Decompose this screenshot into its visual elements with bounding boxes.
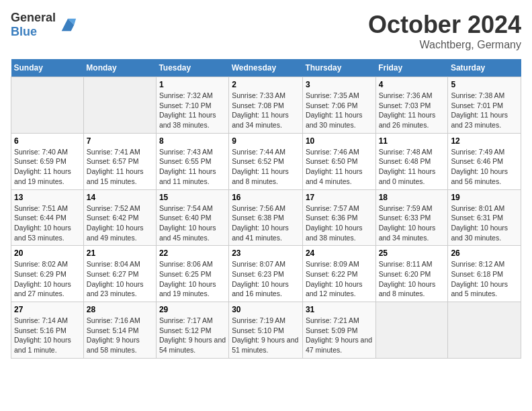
day-info: Sunrise: 7:21 AMSunset: 5:09 PMDaylight:…	[306, 316, 373, 355]
logo-icon	[58, 15, 77, 34]
calendar-cell: 24Sunrise: 8:09 AMSunset: 6:22 PMDayligh…	[302, 246, 375, 302]
title-block: October 2024 Wachtberg, Germany	[368, 11, 521, 51]
calendar-cell: 11Sunrise: 7:48 AMSunset: 6:48 PMDayligh…	[375, 133, 448, 189]
day-info: Sunrise: 7:56 AMSunset: 6:38 PMDaylight:…	[232, 203, 300, 243]
calendar-header-row: SundayMondayTuesdayWednesdayThursdayFrid…	[11, 59, 521, 77]
day-info: Sunrise: 7:49 AMSunset: 6:46 PMDaylight:…	[451, 147, 518, 187]
day-info: Sunrise: 7:35 AMSunset: 7:06 PMDaylight:…	[306, 91, 373, 130]
calendar-week-row: 6Sunrise: 7:40 AMSunset: 6:59 PMDaylight…	[11, 133, 521, 189]
day-info: Sunrise: 7:40 AMSunset: 6:59 PMDaylight:…	[14, 147, 81, 187]
calendar-cell: 15Sunrise: 7:54 AMSunset: 6:40 PMDayligh…	[156, 189, 228, 246]
calendar-cell: 17Sunrise: 7:57 AMSunset: 6:36 PMDayligh…	[302, 189, 375, 246]
day-info: Sunrise: 7:16 AMSunset: 5:14 PMDaylight:…	[87, 316, 153, 355]
day-number: 28	[87, 305, 153, 314]
logo-text: General Blue	[11, 11, 56, 39]
day-info: Sunrise: 7:32 AMSunset: 7:10 PMDaylight:…	[159, 91, 226, 130]
calendar-cell: 13Sunrise: 7:51 AMSunset: 6:44 PMDayligh…	[11, 189, 84, 246]
calendar-cell: 2Sunrise: 7:33 AMSunset: 7:08 PMDaylight…	[229, 77, 303, 134]
day-number: 1	[159, 80, 226, 89]
calendar-cell: 25Sunrise: 8:11 AMSunset: 6:20 PMDayligh…	[375, 246, 448, 302]
calendar-cell: 21Sunrise: 8:04 AMSunset: 6:27 PMDayligh…	[83, 246, 156, 302]
weekday-header: Thursday	[302, 59, 375, 77]
day-number: 23	[232, 248, 300, 258]
day-number: 7	[87, 136, 153, 146]
day-number: 4	[379, 80, 445, 89]
calendar-cell: 19Sunrise: 8:01 AMSunset: 6:31 PMDayligh…	[448, 189, 521, 246]
day-info: Sunrise: 8:01 AMSunset: 6:31 PMDaylight:…	[451, 203, 518, 243]
day-info: Sunrise: 7:33 AMSunset: 7:08 PMDaylight:…	[232, 91, 300, 130]
calendar-cell: 6Sunrise: 7:40 AMSunset: 6:59 PMDaylight…	[11, 133, 84, 189]
day-number: 13	[14, 193, 81, 202]
day-number: 26	[451, 248, 518, 258]
location-title: Wachtberg, Germany	[368, 39, 521, 51]
weekday-header: Tuesday	[156, 59, 228, 77]
calendar-week-row: 1Sunrise: 7:32 AMSunset: 7:10 PMDaylight…	[11, 77, 521, 134]
calendar-cell: 1Sunrise: 7:32 AMSunset: 7:10 PMDaylight…	[156, 77, 228, 134]
day-number: 2	[232, 80, 300, 89]
logo-general: General	[11, 11, 56, 24]
day-info: Sunrise: 7:44 AMSunset: 6:52 PMDaylight:…	[232, 147, 300, 187]
day-info: Sunrise: 7:19 AMSunset: 5:10 PMDaylight:…	[232, 316, 300, 355]
calendar-cell: 14Sunrise: 7:52 AMSunset: 6:42 PMDayligh…	[83, 189, 156, 246]
day-number: 15	[159, 193, 226, 202]
calendar-cell	[83, 77, 156, 134]
day-number: 29	[159, 305, 226, 314]
calendar-cell	[375, 302, 448, 359]
day-number: 8	[159, 136, 226, 146]
logo: General Blue	[11, 11, 77, 39]
day-info: Sunrise: 8:04 AMSunset: 6:27 PMDaylight:…	[87, 259, 153, 299]
day-info: Sunrise: 8:06 AMSunset: 6:25 PMDaylight:…	[159, 259, 226, 299]
day-info: Sunrise: 8:12 AMSunset: 6:18 PMDaylight:…	[451, 259, 518, 299]
calendar-cell: 4Sunrise: 7:36 AMSunset: 7:03 PMDaylight…	[375, 77, 448, 134]
calendar-cell: 29Sunrise: 7:17 AMSunset: 5:12 PMDayligh…	[156, 302, 228, 359]
day-number: 5	[451, 80, 518, 89]
day-info: Sunrise: 8:07 AMSunset: 6:23 PMDaylight:…	[232, 259, 300, 299]
calendar-table: SundayMondayTuesdayWednesdayThursdayFrid…	[11, 59, 521, 359]
calendar-cell: 31Sunrise: 7:21 AMSunset: 5:09 PMDayligh…	[302, 302, 375, 359]
day-info: Sunrise: 7:59 AMSunset: 6:33 PMDaylight:…	[379, 203, 445, 243]
calendar-cell: 22Sunrise: 8:06 AMSunset: 6:25 PMDayligh…	[156, 246, 228, 302]
day-number: 27	[14, 305, 81, 314]
day-info: Sunrise: 7:54 AMSunset: 6:40 PMDaylight:…	[159, 203, 226, 243]
day-number: 14	[87, 193, 153, 202]
day-info: Sunrise: 8:02 AMSunset: 6:29 PMDaylight:…	[14, 259, 81, 299]
calendar-cell: 8Sunrise: 7:43 AMSunset: 6:55 PMDaylight…	[156, 133, 228, 189]
calendar-cell	[448, 302, 521, 359]
day-number: 12	[451, 136, 518, 146]
day-number: 31	[306, 305, 373, 314]
day-info: Sunrise: 7:17 AMSunset: 5:12 PMDaylight:…	[159, 316, 226, 355]
day-info: Sunrise: 8:11 AMSunset: 6:20 PMDaylight:…	[379, 259, 445, 299]
calendar-cell: 10Sunrise: 7:46 AMSunset: 6:50 PMDayligh…	[302, 133, 375, 189]
weekday-header: Friday	[375, 59, 448, 77]
day-number: 3	[306, 80, 373, 89]
day-number: 18	[379, 193, 445, 202]
day-number: 17	[306, 193, 373, 202]
day-number: 30	[232, 305, 300, 314]
day-info: Sunrise: 7:14 AMSunset: 5:16 PMDaylight:…	[14, 316, 81, 355]
weekday-header: Monday	[83, 59, 156, 77]
day-info: Sunrise: 7:41 AMSunset: 6:57 PMDaylight:…	[87, 147, 153, 187]
calendar-cell: 20Sunrise: 8:02 AMSunset: 6:29 PMDayligh…	[11, 246, 84, 302]
day-number: 9	[232, 136, 300, 146]
day-number: 21	[87, 248, 153, 258]
day-info: Sunrise: 7:43 AMSunset: 6:55 PMDaylight:…	[159, 147, 226, 187]
day-number: 24	[306, 248, 373, 258]
day-number: 11	[379, 136, 445, 146]
day-info: Sunrise: 8:09 AMSunset: 6:22 PMDaylight:…	[306, 259, 373, 299]
day-info: Sunrise: 7:52 AMSunset: 6:42 PMDaylight:…	[87, 203, 153, 243]
page-header: General Blue October 2024 Wachtberg, Ger…	[11, 11, 521, 51]
day-number: 25	[379, 248, 445, 258]
day-number: 22	[159, 248, 226, 258]
day-number: 10	[306, 136, 373, 146]
weekday-header: Sunday	[11, 59, 84, 77]
calendar-cell: 30Sunrise: 7:19 AMSunset: 5:10 PMDayligh…	[229, 302, 303, 359]
calendar-cell: 26Sunrise: 8:12 AMSunset: 6:18 PMDayligh…	[448, 246, 521, 302]
calendar-cell: 5Sunrise: 7:38 AMSunset: 7:01 PMDaylight…	[448, 77, 521, 134]
calendar-cell: 12Sunrise: 7:49 AMSunset: 6:46 PMDayligh…	[448, 133, 521, 189]
day-number: 19	[451, 193, 518, 202]
day-info: Sunrise: 7:36 AMSunset: 7:03 PMDaylight:…	[379, 91, 445, 130]
day-number: 20	[14, 248, 81, 258]
calendar-cell: 28Sunrise: 7:16 AMSunset: 5:14 PMDayligh…	[83, 302, 156, 359]
calendar-week-row: 27Sunrise: 7:14 AMSunset: 5:16 PMDayligh…	[11, 302, 521, 359]
day-number: 6	[14, 136, 81, 146]
